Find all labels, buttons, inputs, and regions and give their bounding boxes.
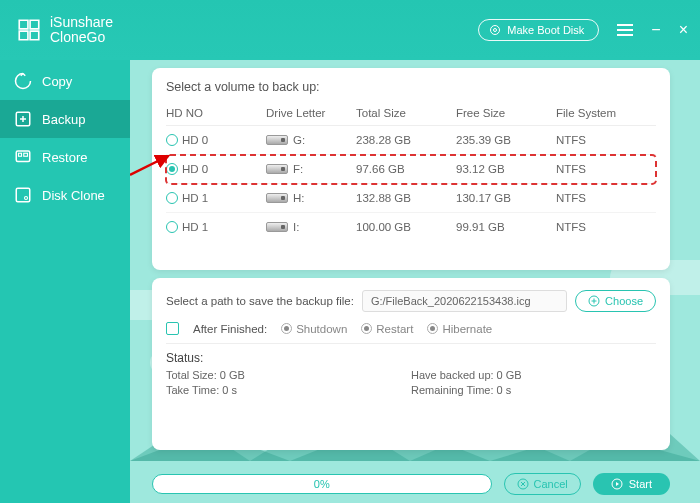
after-finished-label: After Finished:	[193, 323, 267, 335]
status-title: Status:	[166, 351, 656, 365]
sidebar-item-label: Restore	[42, 150, 88, 165]
svg-point-0	[491, 26, 500, 35]
sidebar-item-disk-clone[interactable]: Disk Clone	[0, 176, 130, 214]
after-restart-radio[interactable]: Restart	[361, 323, 413, 335]
cancel-button[interactable]: Cancel	[504, 473, 581, 495]
status-remain: Remaining Time: 0 s	[411, 384, 656, 396]
sidebar-item-backup[interactable]: Backup	[0, 100, 130, 138]
window-controls: − ×	[617, 21, 688, 39]
svg-rect-4	[19, 153, 22, 156]
after-shutdown-radio[interactable]: Shutdown	[281, 323, 347, 335]
play-icon	[611, 478, 623, 490]
drive-letter: H:	[266, 192, 356, 204]
volume-list-card: Select a volume to back up: HD NO Drive …	[152, 68, 670, 270]
volume-radio[interactable]: HD 1	[166, 221, 266, 233]
drive-icon	[266, 222, 288, 232]
logo-icon	[16, 17, 42, 43]
copy-icon	[14, 72, 32, 90]
drive-letter: F:	[266, 163, 356, 175]
col-total: Total Size	[356, 107, 456, 119]
boot-disk-label: Make Boot Disk	[507, 24, 584, 36]
disc-icon	[489, 24, 501, 36]
backup-path-input[interactable]	[362, 290, 567, 312]
make-boot-disk-button[interactable]: Make Boot Disk	[478, 19, 599, 41]
sidebar-item-label: Disk Clone	[42, 188, 105, 203]
volume-row[interactable]: HD 0F:97.66 GB93.12 GBNTFS	[166, 155, 656, 184]
cancel-label: Cancel	[534, 478, 568, 490]
drive-icon	[266, 164, 288, 174]
free-size: 93.12 GB	[456, 163, 556, 175]
disk-clone-icon	[14, 186, 32, 204]
svg-point-7	[25, 197, 28, 200]
minimize-button[interactable]: −	[651, 21, 660, 39]
volume-row[interactable]: HD 1H:132.88 GB130.17 GBNTFS	[166, 184, 656, 213]
volume-row[interactable]: HD 1I:100.00 GB99.91 GBNTFS	[166, 213, 656, 241]
file-system: NTFS	[556, 221, 636, 233]
file-system: NTFS	[556, 134, 636, 146]
choose-path-button[interactable]: Choose	[575, 290, 656, 312]
svg-point-1	[494, 29, 497, 32]
volume-table-header: HD NO Drive Letter Total Size Free Size …	[166, 103, 656, 126]
select-volume-title: Select a volume to back up:	[166, 80, 656, 94]
backup-settings-card: Select a path to save the backup file: C…	[152, 278, 670, 450]
total-size: 238.28 GB	[356, 134, 456, 146]
col-free: Free Size	[456, 107, 556, 119]
drive-letter: G:	[266, 134, 356, 146]
total-size: 132.88 GB	[356, 192, 456, 204]
svg-line-8	[130, 156, 168, 175]
file-system: NTFS	[556, 192, 636, 204]
start-button[interactable]: Start	[593, 473, 670, 495]
plus-circle-icon	[588, 295, 600, 307]
cancel-icon	[517, 478, 529, 490]
app-title-2: CloneGo	[50, 30, 113, 45]
volume-radio[interactable]: HD 0	[166, 134, 266, 146]
free-size: 235.39 GB	[456, 134, 556, 146]
close-button[interactable]: ×	[679, 21, 688, 39]
file-system: NTFS	[556, 163, 636, 175]
volume-radio[interactable]: HD 0	[166, 163, 266, 175]
drive-icon	[266, 135, 288, 145]
total-size: 100.00 GB	[356, 221, 456, 233]
start-label: Start	[629, 478, 652, 490]
annotation-arrow	[130, 150, 178, 180]
svg-rect-5	[24, 153, 28, 156]
sidebar-item-label: Backup	[42, 112, 85, 127]
drive-icon	[266, 193, 288, 203]
restore-icon	[14, 148, 32, 166]
progress-bar: 0%	[152, 474, 492, 494]
status-backed: Have backed up: 0 GB	[411, 369, 656, 381]
path-label: Select a path to save the backup file:	[166, 295, 354, 307]
volume-row[interactable]: HD 0G:238.28 GB235.39 GBNTFS	[166, 126, 656, 155]
free-size: 130.17 GB	[456, 192, 556, 204]
after-hibernate-radio[interactable]: Hibernate	[427, 323, 492, 335]
total-size: 97.66 GB	[356, 163, 456, 175]
col-fs: File System	[556, 107, 636, 119]
main-panel: Select a volume to back up: HD NO Drive …	[130, 60, 700, 503]
sidebar-item-restore[interactable]: Restore	[0, 138, 130, 176]
status-section: Status: Total Size: 0 GB Have backed up:…	[166, 351, 656, 396]
backup-icon	[14, 110, 32, 128]
col-hdno: HD NO	[166, 107, 266, 119]
status-take: Take Time: 0 s	[166, 384, 411, 396]
sidebar-item-copy[interactable]: Copy	[0, 62, 130, 100]
volume-radio[interactable]: HD 1	[166, 192, 266, 204]
sidebar: Copy Backup Restore Disk Clone	[0, 60, 130, 503]
app-title-1: iSunshare	[50, 15, 113, 30]
after-finished-checkbox[interactable]	[166, 322, 179, 335]
app-window: iSunshare CloneGo Make Boot Disk − × Cop…	[0, 0, 700, 503]
title-bar: iSunshare CloneGo Make Boot Disk − ×	[0, 0, 700, 60]
svg-rect-6	[16, 188, 30, 202]
free-size: 99.91 GB	[456, 221, 556, 233]
app-logo: iSunshare CloneGo	[0, 15, 113, 46]
drive-letter: I:	[266, 221, 356, 233]
bottom-bar: 0% Cancel Start	[152, 473, 670, 495]
col-letter: Drive Letter	[266, 107, 356, 119]
status-total: Total Size: 0 GB	[166, 369, 411, 381]
choose-label: Choose	[605, 295, 643, 307]
sidebar-item-label: Copy	[42, 74, 72, 89]
menu-icon[interactable]	[617, 24, 633, 36]
